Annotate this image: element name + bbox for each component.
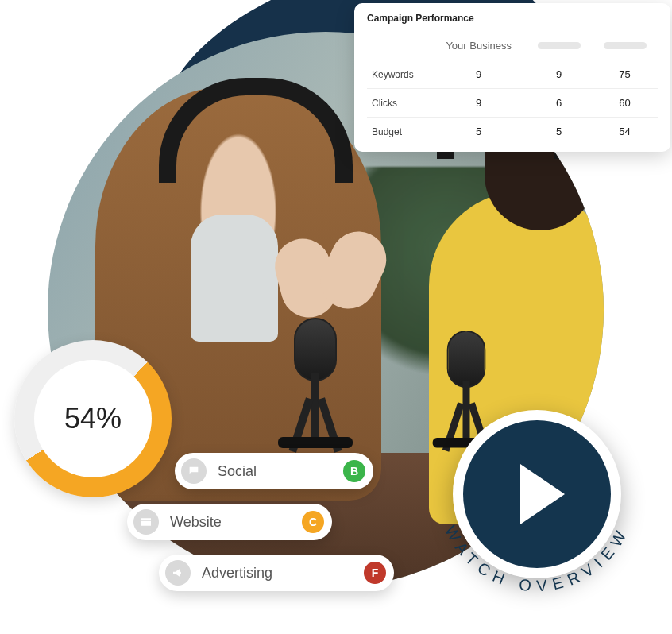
svg-text:WATCH OVERVIEW: WATCH OVERVIEW — [442, 523, 632, 595]
category-pill-website[interactable]: Website C — [127, 504, 332, 540]
pill-label: Advertising — [202, 565, 353, 582]
category-pill-social[interactable]: Social B — [175, 453, 373, 489]
megaphone-icon — [165, 560, 191, 586]
column-your-business: Your Business — [431, 32, 526, 60]
table-row: Budget 5 5 54 — [367, 118, 658, 146]
chat-icon — [181, 458, 207, 484]
campaign-performance-card: Campaign Performance Your Business Keywo… — [354, 3, 670, 152]
score-gauge-value: 54% — [64, 402, 122, 435]
watch-overview-label: WATCH OVERVIEW — [418, 385, 656, 623]
grade-badge: C — [302, 511, 324, 533]
pill-label: Website — [170, 514, 291, 531]
grade-badge: B — [343, 460, 365, 482]
column-competitor-b — [592, 32, 658, 60]
pill-label: Social — [218, 463, 332, 480]
table-row: Keywords 9 9 75 — [367, 60, 658, 89]
column-competitor-a — [526, 32, 592, 60]
grade-badge: F — [364, 562, 386, 584]
watch-overview-cta[interactable]: WATCH OVERVIEW — [418, 385, 656, 623]
campaign-performance-title: Campaign Performance — [367, 13, 658, 24]
score-gauge: 54% — [14, 340, 172, 497]
table-row: Clicks 9 6 60 — [367, 89, 658, 118]
campaign-performance-table: Your Business Keywords 9 9 75 Clicks 9 6… — [367, 32, 658, 145]
browser-icon — [133, 509, 159, 535]
category-pill-advertising[interactable]: Advertising F — [159, 555, 394, 591]
